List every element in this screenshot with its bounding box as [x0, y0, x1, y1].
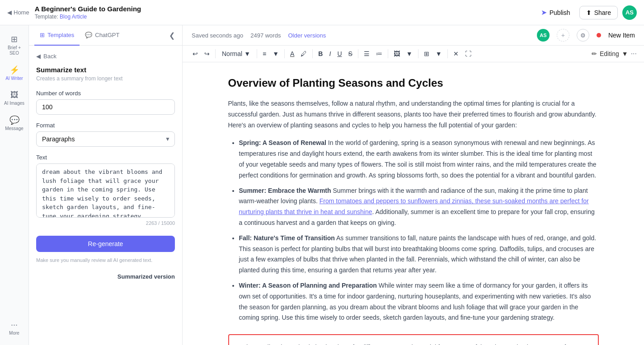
doc-title-area: A Beginner's Guide to Gardening Template…	[35, 5, 536, 20]
back-home-link[interactable]: ◀ Home	[7, 9, 29, 16]
editing-chevron-icon[interactable]: ▼	[622, 50, 628, 57]
content-intro: Plants, like the seasons themselves, fol…	[228, 98, 599, 131]
bold-button[interactable]: B	[315, 48, 325, 59]
sidebar-item-ai-writer[interactable]: ⚡ AI Writer	[2, 61, 27, 85]
add-collaborator-button[interactable]: +	[557, 29, 569, 42]
new-item-label: New Item	[608, 32, 635, 39]
table-button[interactable]: ⊞	[421, 48, 432, 59]
text-textarea[interactable]: dream about the vibrant blooms and lush …	[36, 163, 175, 218]
editor-content[interactable]: Overview of Planting Seasons and Cycles …	[210, 62, 617, 345]
summer-link[interactable]: From tomatoes and peppers to sunflowers …	[239, 197, 589, 215]
editor-meta-bar: Saved seconds ago 2497 words Older versi…	[183, 25, 644, 46]
toolbar-separator-6	[388, 49, 388, 58]
underline-button[interactable]: U	[334, 48, 344, 59]
content-list: Spring: A Season of Renewal In the world…	[228, 138, 599, 323]
list-item: Summer: Embrace the Warmth Summer brings…	[239, 186, 599, 228]
share-label: Share	[594, 9, 611, 16]
tab-chatgpt[interactable]: 💬 ChatGPT	[80, 25, 125, 46]
template-link[interactable]: Blog Article	[60, 14, 87, 20]
text-field-label: Text	[36, 154, 175, 161]
words-field-label: Number of words	[36, 90, 175, 97]
publish-icon: ➤	[541, 8, 547, 17]
editing-mode-area: ✏ Editing ▼ ···	[592, 50, 637, 58]
text-color-button[interactable]: A	[287, 48, 297, 59]
back-nav-label: Back	[43, 53, 56, 60]
message-label: Message	[5, 126, 24, 131]
regenerate-button[interactable]: Re-generate	[36, 236, 175, 252]
table-dropdown[interactable]: ▼	[433, 48, 445, 59]
sidebar-item-message[interactable]: 💬 Message	[2, 112, 27, 135]
toolbar-separator-4	[312, 49, 313, 58]
top-header: ◀ Home A Beginner's Guide to Gardening T…	[0, 0, 644, 25]
list-item: Spring: A Season of Renewal In the world…	[239, 138, 599, 181]
editor-avatar[interactable]: AS	[537, 29, 550, 42]
italic-button[interactable]: I	[326, 48, 334, 59]
publish-label: Publish	[550, 9, 570, 16]
settings-icon-button[interactable]: ⚙	[577, 29, 589, 42]
publish-button[interactable]: ➤ Publish	[536, 5, 575, 19]
brief-seo-icon: ⊞	[11, 34, 18, 44]
avatar[interactable]: AS	[622, 5, 637, 20]
panel-body: ◀ Back Summarize text Creates a summary …	[29, 46, 182, 345]
more-label: More	[9, 331, 19, 336]
section-title: Summarize text	[36, 66, 175, 74]
toolbar-separator-7	[418, 49, 418, 58]
editor-area: Saved seconds ago 2497 words Older versi…	[183, 25, 644, 345]
main-layout: ⊞ Brief + SEO ⚡ AI Writer 🖼 AI Images 💬 …	[0, 25, 644, 345]
chevron-left-icon: ◀	[7, 9, 12, 16]
text-field-wrapper: dream about the vibrant blooms and lush …	[36, 163, 175, 226]
panel-tabs: ⊞ Templates 💬 ChatGPT ❮	[29, 25, 182, 46]
chatgpt-tab-icon: 💬	[85, 32, 92, 38]
ai-writer-icon: ⚡	[9, 65, 19, 75]
format-select[interactable]: Paragraphs Bullet Points Numbered List	[36, 131, 175, 147]
numbered-list-button[interactable]: ≔	[373, 48, 385, 59]
section-desc: Creates a summary from longer text	[36, 75, 175, 82]
panel-collapse-button[interactable]: ❮	[167, 29, 177, 42]
highlight-button[interactable]: 🖊	[298, 48, 310, 59]
sidebar-item-ai-images[interactable]: 🖼 AI Images	[2, 87, 27, 110]
format-dropdown[interactable]: Normal ▼	[218, 48, 254, 59]
strikethrough-button[interactable]: S	[346, 48, 355, 59]
share-icon: ⬆	[586, 9, 592, 16]
image-button[interactable]: 🖼	[391, 48, 403, 59]
templates-tab-label: Templates	[47, 32, 74, 38]
image-dropdown[interactable]: ▼	[404, 48, 415, 59]
summarized-label: Summarized version	[36, 273, 175, 280]
align-button[interactable]: ≡	[260, 48, 269, 59]
toolbar-separator-2	[257, 49, 257, 58]
tab-templates[interactable]: ⊞ Templates	[34, 25, 80, 46]
share-button[interactable]: ⬆ Share	[579, 6, 618, 19]
sidebar-item-brief-seo[interactable]: ⊞ Brief + SEO	[2, 31, 27, 60]
more-icon: ···	[11, 320, 18, 330]
redo-button[interactable]: ↪	[202, 48, 212, 59]
fullscreen-button[interactable]: ⛶	[462, 48, 474, 59]
clear-format-button[interactable]: ✕	[451, 48, 461, 59]
older-versions-link[interactable]: Older versions	[288, 32, 326, 39]
back-home-label: Home	[14, 9, 29, 16]
brief-seo-label: Brief + SEO	[4, 45, 25, 56]
content-heading: Overview of Planting Seasons and Cycles	[228, 77, 599, 89]
text-field-group: Text dream about the vibrant blooms and …	[36, 154, 175, 226]
format-field-label: Format	[36, 122, 175, 129]
align-dropdown[interactable]: ▼	[270, 48, 282, 59]
editor-toolbar: ↩ ↪ Normal ▼ ≡ ▼ A 🖊 B I U S ☰ ≔ 🖼 ▼	[183, 46, 644, 62]
chatgpt-tab-label: ChatGPT	[95, 32, 119, 38]
words-input[interactable]	[36, 99, 175, 115]
editing-label: Editing	[600, 50, 619, 57]
ai-writer-label: AI Writer	[5, 76, 23, 81]
summarized-box: Understanding the optimal planting times…	[228, 334, 599, 345]
toolbar-separator-1	[215, 49, 216, 58]
more-options-button[interactable]: ···	[631, 50, 637, 58]
templates-tab-icon: ⊞	[40, 32, 45, 38]
icon-sidebar: ⊞ Brief + SEO ⚡ AI Writer 🖼 AI Images 💬 …	[0, 25, 29, 345]
undo-button[interactable]: ↩	[190, 48, 201, 59]
format-dropdown-label: Normal	[222, 50, 242, 57]
ai-disclaimer: Make sure you manually review all AI gen…	[36, 256, 175, 264]
document-template: Template: Blog Article	[35, 14, 536, 20]
toolbar-separator-8	[447, 49, 448, 58]
sidebar-item-more[interactable]: ··· More	[2, 317, 27, 340]
word-count: 2497 words	[250, 32, 281, 39]
bullet-list-button[interactable]: ☰	[361, 48, 372, 59]
document-title: A Beginner's Guide to Gardening	[35, 5, 536, 13]
back-nav[interactable]: ◀ Back	[36, 53, 175, 60]
